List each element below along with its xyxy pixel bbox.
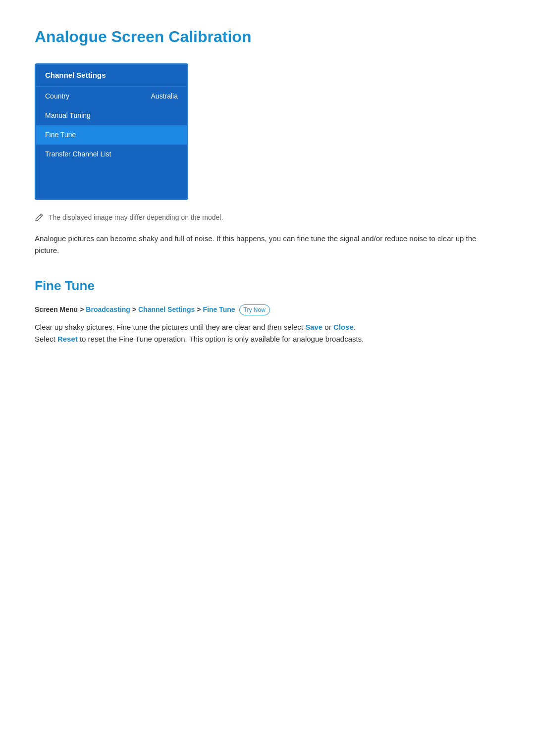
menu-spacer [36, 164, 187, 199]
country-value: Australia [151, 91, 178, 101]
disclaimer: The displayed image may differ depending… [35, 212, 500, 223]
breadcrumb-separator-1: > [80, 304, 84, 315]
fine-tune-desc-line3: to reset the Fine Tune operation. This o… [80, 335, 364, 343]
disclaimer-text: The displayed image may differ depending… [49, 212, 223, 223]
transfer-channel-list-label: Transfer Channel List [45, 149, 111, 159]
fine-tune-desc-line2: Select [35, 335, 55, 343]
menu-item-country: Country Australia [36, 87, 187, 106]
breadcrumb-separator-2: > [132, 304, 136, 315]
breadcrumb-fine-tune[interactable]: Fine Tune [203, 304, 235, 315]
try-now-badge[interactable]: Try Now [239, 304, 270, 315]
country-label: Country [45, 91, 69, 101]
description-text: Analogue pictures can become shaky and f… [35, 233, 500, 256]
breadcrumb-separator-3: > [197, 304, 201, 315]
fine-tune-description: Clear up shaky pictures. Fine tune the p… [35, 321, 500, 345]
fine-tune-label: Fine Tune [45, 130, 76, 140]
breadcrumb-screen-menu: Screen Menu [35, 304, 78, 315]
menu-item-manual-tuning: Manual Tuning [36, 106, 187, 125]
menu-item-transfer-channel-list: Transfer Channel List [36, 145, 187, 164]
fine-tune-desc-line1: Clear up shaky pictures. Fine tune the p… [35, 323, 303, 331]
page-title: Analogue Screen Calibration [35, 25, 500, 49]
or-text: or [324, 323, 331, 331]
manual-tuning-label: Manual Tuning [45, 110, 91, 121]
channel-settings-header: Channel Settings [36, 65, 187, 87]
pencil-icon [35, 213, 44, 222]
breadcrumb-broadcasting[interactable]: Broadcasting [86, 304, 130, 315]
period1: . [354, 323, 356, 331]
fine-tune-section-title: Fine Tune [35, 276, 500, 296]
breadcrumb: Screen Menu > Broadcasting > Channel Set… [35, 304, 500, 315]
breadcrumb-channel-settings[interactable]: Channel Settings [138, 304, 195, 315]
close-link[interactable]: Close [333, 323, 354, 331]
reset-link[interactable]: Reset [57, 335, 78, 343]
menu-item-fine-tune: Fine Tune [36, 125, 187, 145]
tv-menu-screenshot: Channel Settings Country Australia Manua… [35, 63, 188, 200]
save-link[interactable]: Save [305, 323, 322, 331]
